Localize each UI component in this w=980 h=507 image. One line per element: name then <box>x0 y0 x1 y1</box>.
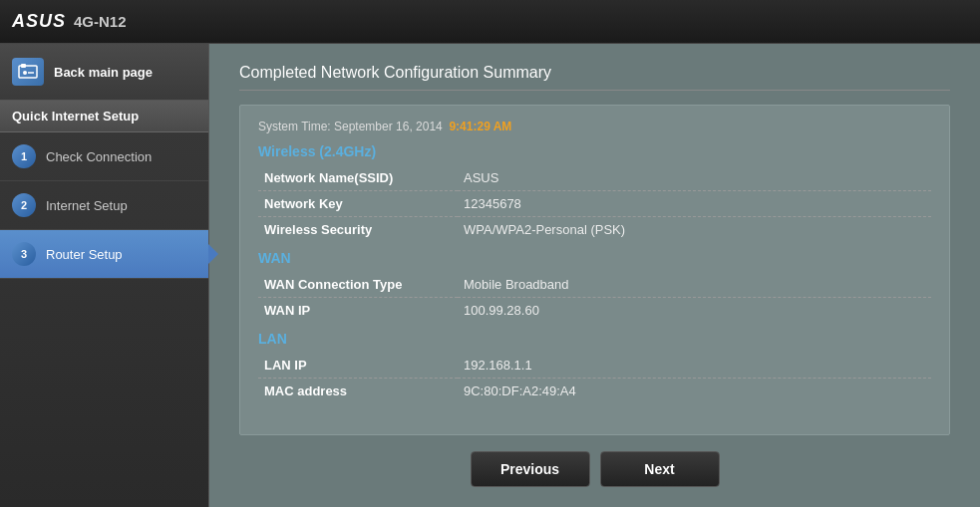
content-area: Completed Network Configuration Summary … <box>209 44 980 507</box>
wireless-ssid-value: ASUS <box>458 165 931 191</box>
lan-table: LAN IP 192.168.1.1 MAC address 9C:80:DF:… <box>258 353 931 403</box>
wan-type-label: WAN Connection Type <box>258 272 458 298</box>
mac-address-value: 9C:80:DF:A2:49:A4 <box>458 379 931 404</box>
wan-section-header: WAN <box>258 250 931 266</box>
brand-logo: ASUS 4G-N12 <box>12 11 127 32</box>
system-time-label: System Time: September 16, 2014 <box>258 120 443 133</box>
main-layout: Back main page Quick Internet Setup 1 Ch… <box>0 44 980 507</box>
sidebar-step-3-label: Router Setup <box>46 247 123 262</box>
wan-ip-value: 100.99.28.60 <box>458 298 931 324</box>
table-row: Network Name(SSID) ASUS <box>258 165 931 191</box>
wireless-key-value: 12345678 <box>458 191 931 217</box>
lan-section-header: LAN <box>258 331 931 347</box>
wireless-key-label: Network Key <box>258 191 458 217</box>
lan-ip-label: LAN IP <box>258 353 458 379</box>
wireless-security-label: Wireless Security <box>258 217 458 243</box>
summary-box: System Time: September 16, 2014 9:41:29 … <box>239 105 950 435</box>
step-circle-1: 1 <box>12 144 36 168</box>
table-row: Network Key 12345678 <box>258 191 931 217</box>
table-row: LAN IP 192.168.1.1 <box>258 353 931 379</box>
sidebar: Back main page Quick Internet Setup 1 Ch… <box>0 44 209 507</box>
wireless-security-value: WPA/WPA2-Personal (PSK) <box>458 217 931 243</box>
mac-address-label: MAC address <box>258 379 458 404</box>
system-time: System Time: September 16, 2014 9:41:29 … <box>258 120 931 133</box>
wireless-section-header: Wireless (2.4GHz) <box>258 143 931 159</box>
previous-button[interactable]: Previous <box>471 451 590 487</box>
wan-ip-label: WAN IP <box>258 298 458 324</box>
sidebar-step-3[interactable]: 3 Router Setup <box>0 230 208 279</box>
step-circle-3: 3 <box>12 242 36 266</box>
sidebar-step-1-label: Check Connection <box>46 149 152 164</box>
back-icon <box>12 58 44 86</box>
sidebar-step-1[interactable]: 1 Check Connection <box>0 132 208 181</box>
app-header: ASUS 4G-N12 <box>0 0 980 44</box>
next-button[interactable]: Next <box>600 451 720 487</box>
svg-point-2 <box>23 71 27 75</box>
sidebar-step-2[interactable]: 2 Internet Setup <box>0 181 208 230</box>
table-row: WAN IP 100.99.28.60 <box>258 298 931 324</box>
model-name: 4G-N12 <box>74 13 127 30</box>
table-row: Wireless Security WPA/WPA2-Personal (PSK… <box>258 217 931 243</box>
back-main-page-button[interactable]: Back main page <box>0 44 208 101</box>
page-title: Completed Network Configuration Summary <box>239 64 950 91</box>
wan-table: WAN Connection Type Mobile Broadband WAN… <box>258 272 931 323</box>
wireless-table: Network Name(SSID) ASUS Network Key 1234… <box>258 165 931 242</box>
svg-rect-1 <box>21 64 26 68</box>
navigation-buttons: Previous Next <box>239 451 950 487</box>
table-row: WAN Connection Type Mobile Broadband <box>258 272 931 298</box>
back-main-page-label: Back main page <box>54 65 153 80</box>
lan-ip-value: 192.168.1.1 <box>458 353 931 379</box>
step-circle-2: 2 <box>12 193 36 217</box>
system-time-value: 9:41:29 AM <box>449 120 511 133</box>
quick-setup-title: Quick Internet Setup <box>0 101 208 132</box>
wan-type-value: Mobile Broadband <box>458 272 931 298</box>
wireless-ssid-label: Network Name(SSID) <box>258 165 458 191</box>
table-row: MAC address 9C:80:DF:A2:49:A4 <box>258 379 931 404</box>
sidebar-step-2-label: Internet Setup <box>46 198 128 213</box>
asus-brand: ASUS <box>12 11 66 32</box>
